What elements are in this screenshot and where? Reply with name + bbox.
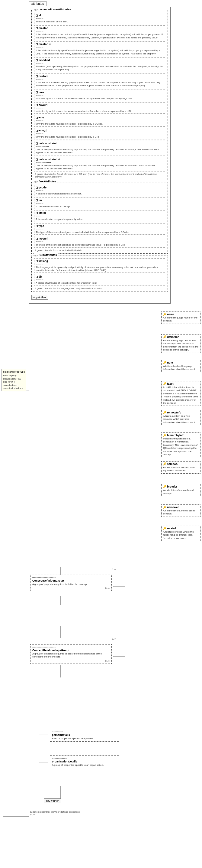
right-box-facet: 🔑 facet In NAR 1.8 and later, facet is d… — [161, 381, 201, 406]
concept-relationships-desc: A group of properties required to descri… — [32, 652, 110, 659]
diagram-container: attributes grp commonPowerAttributes ◻ i… — [0, 0, 202, 868]
common-power-label: grp commonPowerAttributes — [34, 8, 72, 11]
right-sameas-desc: An identifier of a concept with equivale… — [163, 466, 199, 472]
attr-typeuri: ◻ typeuri ▪▪▪▪▪▪▪▪ The type of the conce… — [34, 236, 165, 247]
tab-label: attributes — [31, 2, 44, 5]
any-other-bottom: any #other — [44, 799, 61, 803]
organisation-details-box: ▪▪▪▪▪▪▪▪▪▪▪▪▪▪▪▪▪▪ organisationDetails A… — [50, 755, 119, 768]
right-box-name: 🔑 name A natural language name for the c… — [161, 311, 201, 324]
i18n-note: A group of attributes for language and s… — [35, 287, 165, 290]
attr-creatoruri: ◻ creatoruri ▪▪▪▪▪▪▪▪ If the attribute i… — [34, 41, 165, 56]
right-facet-desc: In NAR 1.8 and later, facet is deprecate… — [163, 386, 199, 405]
right-facet-title: 🔑 facet — [163, 382, 199, 385]
right-box-hierarchyinfo: 🔑 hierarchyInfo Indicates the position o… — [161, 433, 201, 457]
right-box-remoteinfo: 🔑 remoteInfo A link to an item or a web … — [161, 410, 201, 425]
common-power-group: grp commonPowerAttributes ◻ id ▪▪▪▪▪▪▪▪ … — [31, 10, 168, 180]
attr-dir: ◻ dir ▪▪▪▪▪▪▪▪ A group of attributes of … — [34, 274, 165, 285]
organisation-details-title: organisationDetails — [52, 760, 117, 763]
person-details-desc: A set of properties specific to a person — [52, 737, 117, 740]
right-hierarchyinfo-title: 🔑 hierarchyInfo — [163, 434, 199, 437]
attr-qcode: ◻ qcode ▪▪▪▪▪▪▪▪ A qualified code which … — [34, 185, 165, 196]
right-note-desc: Additional natural language information … — [163, 365, 199, 371]
right-box-sameas: 🔑 sameAs An identifier of a concept with… — [161, 461, 201, 474]
right-definition-desc: A natural language definition of the con… — [163, 339, 199, 352]
right-broader-title: 🔑 broader — [163, 485, 199, 488]
right-sameas-title: 🔑 sameAs — [163, 462, 199, 465]
attr-custom: ◻ custom ▪▪▪▪▪▪▪▪ If set to true the cor… — [34, 73, 165, 88]
right-box-related: 🔑 related A related concept, where the r… — [161, 526, 201, 541]
attr-uri: ◻ uri ▪▪▪▪▪▪▪▪ A URI which identifies a … — [34, 197, 165, 209]
left-label-subtitle: Flexible party/ organisation/ PG2-type f… — [3, 374, 25, 390]
person-details-box: ▪▪▪▪▪▪▪▪▪▪▪▪▪ personDetails A set of pro… — [50, 729, 119, 742]
organisation-details-desc: A group of properties specific to an org… — [52, 764, 117, 767]
mult-label-2: 0..∞ — [112, 638, 116, 640]
flex-label: grp flexAttributes — [34, 180, 57, 183]
left-label-box: FlexPartyPropType Flexible party/ organi… — [1, 369, 26, 391]
right-box-narrower: 🔑 narrower An identifier of a more speci… — [161, 504, 201, 517]
tab-attributes[interactable]: attributes — [29, 1, 46, 6]
attr-literal: ◻ literal ▪▪▪▪▪▪▪ A free-text value assi… — [34, 210, 165, 222]
right-narrower-desc: An identifier of a more specific concept… — [163, 509, 199, 516]
right-name-title: 🔑 name — [163, 313, 199, 316]
concept-relationships-mult: 0..∞ — [32, 660, 110, 662]
i18n-group: grp i18nAttributes ◻ xmlang ▪▪▪▪▪▪▪▪ The… — [31, 255, 168, 292]
concept-relationships-group-box: ▪▪▪▪▪▪▪▪▪▪▪▪▪▪▪▪▪▪▪▪▪▪▪▪▪▪▪▪ ConceptRela… — [30, 644, 112, 664]
flex-group: grp flexAttributes ◻ qcode ▪▪▪▪▪▪▪▪ A qu… — [31, 182, 168, 254]
mult-label-1: 0..∞ — [112, 568, 116, 571]
extension-note: Extension point for provider-defined pro… — [30, 810, 80, 816]
right-definition-title: 🔑 definition — [163, 335, 199, 338]
left-label-title: FlexPartyPropType — [3, 370, 25, 373]
attr-howuri: ◻ howuri ▪▪▪▪▪▪▪▪ Indicates by which mea… — [34, 102, 165, 114]
concept-definition-title: ConceptDefinitionGroup — [32, 579, 110, 582]
right-box-broader: 🔑 broader An identifier of a more broad … — [161, 484, 201, 496]
concept-definition-mult: 0..∞ — [32, 587, 110, 589]
right-remoteinfo-title: 🔑 remoteInfo — [163, 411, 199, 414]
attr-whyuri: ◻ whyuri ▪▪▪▪▪▪▪▪ Why the metadata has b… — [34, 128, 165, 140]
attr-pubconstraint: ◻ pubconstraint ▪▪▪▪▪▪▪▪▪▪▪▪▪▪ One or ma… — [34, 141, 165, 155]
attr-modified: ◻ modified ▪▪▪▪▪▪▪▪ The date (and, optio… — [34, 58, 165, 72]
attr-xmlang: ◻ xmlang ▪▪▪▪▪▪▪▪ The language of this p… — [34, 258, 165, 273]
attr-type: ◻ type ▪▪▪▪▪▪▪▪ The type of the concept … — [34, 223, 165, 235]
right-hierarchyinfo-desc: Indicates the position of a concept in a… — [163, 437, 199, 456]
right-box-definition: 🔑 definition A natural language definiti… — [161, 334, 201, 353]
right-broader-desc: An identifier of a more broad concept. — [163, 489, 199, 495]
attr-how: ◻ how ▪▪▪▪▪▪▪▪ Indicates by which means … — [34, 90, 165, 101]
main-class-box: grp commonPowerAttributes ◻ id ▪▪▪▪▪▪▪▪ … — [29, 7, 171, 304]
attr-id: ◻ id ▪▪▪▪▪▪▪▪ The local identifier of th… — [34, 13, 165, 24]
flex-note: A group of attributes associated with fl… — [35, 249, 165, 252]
concept-definition-desc: A group of properties required to define… — [32, 583, 110, 586]
right-box-note: 🔑 note Additional natural language infor… — [161, 360, 201, 372]
right-narrower-title: 🔑 narrower — [163, 506, 199, 509]
concept-definition-group-box: ▪▪▪▪▪▪▪▪▪▪▪▪▪▪▪▪▪▪▪▪▪▪▪▪▪▪▪▪ ConceptDefi… — [30, 575, 112, 591]
attr-pubconstrainturi: ◻ pubconstrainturi ▪▪▪▪▪▪▪▪▪▪▪▪▪▪▪▪ One … — [34, 157, 165, 172]
concept-relationships-title: ConceptRelationshipsGroup — [32, 649, 110, 652]
right-note-title: 🔑 note — [163, 361, 199, 364]
right-related-title: 🔑 related — [163, 527, 199, 530]
i18n-label: grp i18nAttributes — [34, 253, 58, 256]
right-remoteinfo-desc: A link to an item or a web resource whic… — [163, 415, 199, 424]
common-power-note: A group of attributes for all elements o… — [35, 173, 165, 178]
right-name-desc: A natural language name for the concept. — [163, 316, 199, 323]
attr-creator: ◻ creator ▪▪▪▪▪▪▪▪ If the attribute valu… — [34, 25, 165, 40]
person-details-title: personDetails — [52, 734, 117, 737]
any-other-top: any #other — [31, 295, 48, 300]
right-related-desc: A related concept, where the relationshi… — [163, 530, 199, 540]
attr-why: ◻ why ▪▪▪▪▪▪▪▪ Why the metadata has been… — [34, 115, 165, 126]
